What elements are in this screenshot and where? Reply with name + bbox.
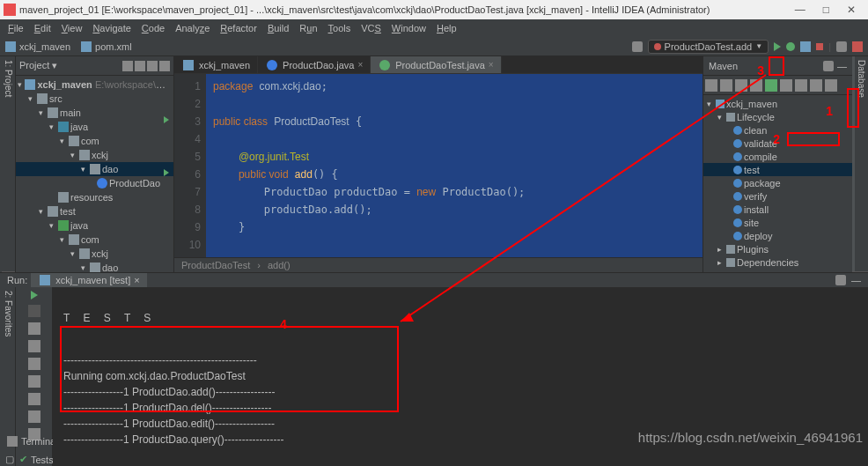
main-menubar: File Edit View Navigate Code Analyze Ref… (0, 19, 868, 37)
menu-view[interactable]: View (57, 21, 87, 35)
close-button[interactable]: ✕ (838, 4, 864, 16)
run-gutter-icon[interactable] (164, 116, 169, 123)
run-tab[interactable]: xckj_maven [test]× (31, 273, 146, 287)
menu-tools[interactable]: Tools (324, 21, 356, 35)
menu-edit[interactable]: Edit (30, 21, 55, 35)
reimport-icon[interactable] (705, 79, 717, 92)
autoscroll-icon[interactable] (147, 61, 158, 71)
tree-src[interactable]: ▾src (16, 92, 173, 106)
menu-vcs[interactable]: VCS (357, 21, 386, 35)
editor-body[interactable]: 12345678910 package com.xckj.dao; public… (174, 74, 702, 257)
expand-icon[interactable] (825, 79, 837, 92)
editor-tab-module[interactable]: xckj_maven (174, 56, 258, 73)
tree-java[interactable]: ▾java (16, 120, 173, 134)
menu-window[interactable]: Window (387, 21, 430, 35)
editor-tab-productdao[interactable]: ProductDao.java× (258, 56, 371, 73)
mv-goal-test[interactable]: test (703, 163, 852, 176)
junit-icon (654, 43, 661, 50)
hide-icon[interactable] (159, 61, 170, 71)
print-icon[interactable] (28, 411, 40, 423)
mv-plugins[interactable]: ▸Plugins (703, 242, 852, 255)
breadcrumb-method[interactable]: add() (268, 260, 291, 270)
menu-help[interactable]: Help (432, 21, 461, 35)
mv-root[interactable]: ▾xckj_maven (703, 97, 852, 110)
tree-root[interactable]: ▾xckj_maven E:\workspace\maven_proj (16, 78, 173, 92)
rerun-icon[interactable] (31, 291, 38, 300)
tool-tab-database[interactable]: Database (855, 56, 868, 272)
tree-java2[interactable]: ▾java (16, 218, 173, 233)
nav-file[interactable]: pom.xml (95, 41, 132, 52)
mv-goal-install[interactable]: install (703, 203, 852, 216)
mv-goal-validate[interactable]: validate (703, 137, 852, 150)
tree-dao[interactable]: ▾dao (16, 162, 173, 176)
mv-lifecycle[interactable]: ▾Lifecycle (703, 110, 852, 123)
tree-productdao[interactable]: ProductDao (16, 176, 173, 190)
maven-settings-icon[interactable] (823, 61, 834, 71)
collapse-icon[interactable] (810, 79, 822, 92)
run-button[interactable] (774, 42, 781, 51)
tree-main[interactable]: ▾main (16, 106, 173, 120)
menu-code[interactable]: Code (137, 21, 169, 35)
left-tool-stripe: 1: Project (0, 56, 16, 272)
add-icon[interactable] (750, 79, 762, 92)
stop-icon[interactable] (28, 305, 40, 317)
up-icon[interactable] (28, 358, 40, 370)
tree-xckj[interactable]: ▾xckj (16, 148, 173, 162)
editor-tab-productdaotest[interactable]: ProductDaoTest.java× (371, 56, 501, 73)
menu-file[interactable]: File (4, 21, 28, 35)
maximize-button[interactable]: □ (814, 4, 838, 16)
collapse-icon[interactable] (135, 61, 145, 71)
toggle-icon[interactable] (795, 79, 807, 92)
run-settings-icon[interactable] (835, 275, 846, 285)
mv-goal-verify[interactable]: verify (703, 189, 852, 203)
tree-test[interactable]: ▾test (16, 204, 173, 218)
menu-analyze[interactable]: Analyze (171, 21, 214, 35)
close-icon[interactable]: × (357, 60, 363, 70)
wrap-icon[interactable] (28, 393, 40, 405)
nav-module[interactable]: xckj_maven (19, 41, 70, 52)
editor-code[interactable]: package com.xckj.dao; public class Produ… (206, 74, 702, 257)
file-icon (81, 41, 92, 52)
editor-area: xckj_maven ProductDao.java× ProductDaoTe… (174, 56, 702, 272)
close-icon[interactable]: × (489, 60, 494, 70)
mv-goal-clean[interactable]: clean (703, 123, 852, 137)
mv-goal-site[interactable]: site (703, 216, 852, 229)
down-icon[interactable] (28, 375, 40, 388)
execute-icon[interactable] (780, 79, 792, 92)
settings-icon[interactable] (836, 41, 847, 52)
breadcrumb-class[interactable]: ProductDaoTest (181, 260, 250, 270)
hide-icon[interactable]: — (837, 61, 847, 71)
run-gutter-icon[interactable] (164, 169, 169, 176)
run-maven-icon[interactable] (765, 79, 777, 92)
mv-deps[interactable]: ▸Dependencies (703, 255, 852, 269)
menu-run[interactable]: Run (295, 21, 321, 35)
download-icon[interactable] (735, 79, 747, 92)
tree-com[interactable]: ▾com (16, 134, 173, 148)
dump-icon[interactable] (28, 322, 40, 335)
run-config-selector[interactable]: ProductDaoTest.add ▼ (648, 40, 769, 54)
hammer-icon[interactable] (632, 41, 643, 52)
mv-goal-compile[interactable]: compile (703, 150, 852, 163)
debug-button[interactable] (786, 42, 795, 51)
stop-button[interactable] (816, 43, 823, 50)
minimize-button[interactable]: — (786, 4, 814, 16)
mv-goal-package[interactable]: package (703, 176, 852, 189)
editor-tabs: xckj_maven ProductDao.java× ProductDaoTe… (174, 56, 702, 74)
mv-goal-deploy[interactable]: deploy (703, 229, 852, 242)
tree-resources[interactable]: resources (16, 190, 173, 204)
generate-icon[interactable] (720, 79, 732, 92)
project-settings-icon[interactable] (122, 61, 133, 71)
menu-refactor[interactable]: Refactor (216, 21, 261, 35)
tree-com2[interactable]: ▾com (16, 233, 173, 247)
search-icon[interactable] (852, 41, 863, 52)
menu-navigate[interactable]: Navigate (88, 21, 135, 35)
tree-xckj2[interactable]: ▾xckj (16, 247, 173, 261)
tool-tab-project[interactable]: 1: Project (2, 56, 15, 272)
toggle-toolwindows-icon[interactable]: ▢ (5, 454, 14, 465)
menu-build[interactable]: Build (263, 21, 293, 35)
coverage-button[interactable] (800, 41, 811, 52)
hide-icon[interactable]: — (851, 275, 861, 285)
pin-icon[interactable] (28, 340, 40, 352)
tree-dao2[interactable]: ▾dao (16, 261, 173, 272)
run-console[interactable]: T E S T S ------------------------------… (53, 287, 868, 466)
